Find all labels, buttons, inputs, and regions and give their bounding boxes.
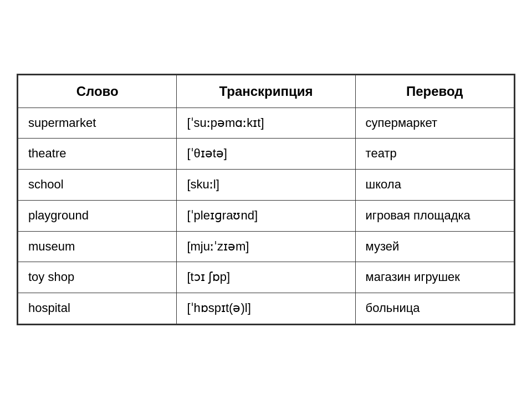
cell-transcription: [ˈpleɪɡraʊnd] bbox=[177, 200, 355, 231]
cell-word: toy shop bbox=[18, 262, 177, 293]
cell-word: theatre bbox=[18, 139, 177, 170]
cell-word: school bbox=[18, 170, 177, 201]
cell-translation: школа bbox=[355, 170, 514, 201]
table-header-row: Слово Транскрипция Перевод bbox=[18, 75, 514, 108]
table-row: museum[mjuːˈzɪəm]музей bbox=[18, 231, 514, 262]
cell-transcription: [ˈsuːpəmɑːkɪt] bbox=[177, 108, 355, 139]
vocabulary-table-container: Слово Транскрипция Перевод supermarket[ˈ… bbox=[17, 74, 515, 325]
cell-translation: супермаркет bbox=[355, 108, 514, 139]
cell-word: playground bbox=[18, 200, 177, 231]
table-row: toy shop[tɔɪ ʃɒp]магазин игрушек bbox=[18, 262, 514, 293]
cell-translation: игровая площадка bbox=[355, 200, 514, 231]
cell-transcription: [skuːl] bbox=[177, 170, 355, 201]
table-row: playground[ˈpleɪɡraʊnd]игровая площадка bbox=[18, 200, 514, 231]
table-row: supermarket[ˈsuːpəmɑːkɪt]супермаркет bbox=[18, 108, 514, 139]
cell-translation: больница bbox=[355, 293, 514, 324]
cell-word: hospital bbox=[18, 293, 177, 324]
cell-word: supermarket bbox=[18, 108, 177, 139]
cell-translation: театр bbox=[355, 139, 514, 170]
table-row: theatre[ˈθɪətə]театр bbox=[18, 139, 514, 170]
vocabulary-table: Слово Транскрипция Перевод supermarket[ˈ… bbox=[18, 75, 514, 324]
cell-translation: магазин игрушек bbox=[355, 262, 514, 293]
cell-transcription: [tɔɪ ʃɒp] bbox=[177, 262, 355, 293]
header-word: Слово bbox=[18, 75, 177, 108]
table-row: hospital[ˈhɒspɪt(ə)l]больница bbox=[18, 293, 514, 324]
cell-word: museum bbox=[18, 231, 177, 262]
header-transcription: Транскрипция bbox=[177, 75, 355, 108]
cell-transcription: [ˈhɒspɪt(ə)l] bbox=[177, 293, 355, 324]
cell-translation: музей bbox=[355, 231, 514, 262]
table-row: school[skuːl]школа bbox=[18, 170, 514, 201]
cell-transcription: [ˈθɪətə] bbox=[177, 139, 355, 170]
header-translation: Перевод bbox=[355, 75, 514, 108]
cell-transcription: [mjuːˈzɪəm] bbox=[177, 231, 355, 262]
